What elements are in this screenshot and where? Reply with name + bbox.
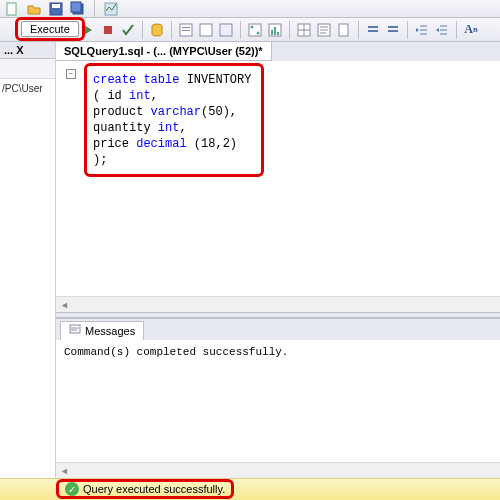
doc-tab-strip: SQLQuery1.sql - (... (MYPC\User (52))* (56, 42, 500, 61)
svg-point-15 (251, 25, 254, 28)
code: quantity (93, 121, 158, 135)
success-check-icon: ✓ (65, 482, 79, 496)
separator (456, 21, 457, 39)
toolbar-file (0, 0, 500, 18)
h-scrollbar[interactable] (56, 296, 500, 312)
results-grid-icon[interactable] (296, 22, 312, 38)
kw: decimal (136, 137, 186, 151)
save-all-icon[interactable] (70, 1, 86, 17)
fold-icon[interactable]: − (66, 69, 76, 79)
svg-marker-36 (416, 28, 419, 32)
status-highlight: ✓ Query executed successfully. (56, 479, 234, 499)
separator (289, 21, 290, 39)
main-area: ... X /PC\User SQLQuery1.sql - (... (MYP… (0, 42, 500, 478)
intellisense-icon[interactable] (218, 22, 234, 38)
results-file-icon[interactable] (336, 22, 352, 38)
code: (50), (201, 105, 237, 119)
kw: varchar (151, 105, 201, 119)
indent-icon[interactable] (414, 22, 430, 38)
svg-marker-40 (436, 28, 439, 32)
code: ( id (93, 89, 129, 103)
code: product (93, 105, 151, 119)
separator (94, 0, 95, 18)
code: , (151, 89, 158, 103)
object-explorer-panel: ... X /PC\User (0, 42, 56, 478)
kw: int (158, 121, 180, 135)
svg-rect-11 (182, 30, 190, 31)
svg-rect-13 (220, 24, 232, 36)
include-stats-icon[interactable] (267, 22, 283, 38)
activity-icon[interactable] (103, 1, 119, 17)
open-icon[interactable] (26, 1, 42, 17)
code: , (179, 121, 186, 135)
svg-rect-41 (70, 325, 80, 333)
message-line: Command(s) completed successfully. (64, 346, 492, 358)
results-text-icon[interactable] (316, 22, 332, 38)
svg-rect-20 (277, 32, 279, 35)
svg-rect-12 (200, 24, 212, 36)
document-tab[interactable]: SQLQuery1.sql - (... (MYPC\User (52))* (56, 42, 272, 61)
specify-values-icon[interactable]: AB (463, 22, 479, 38)
kw: create (93, 73, 136, 87)
sql-editor[interactable]: − create table INVENTORY ( id int, produ… (56, 61, 500, 296)
h-scrollbar[interactable] (56, 462, 500, 478)
results-pane: Messages Command(s) completed successful… (56, 318, 500, 478)
svg-rect-2 (52, 4, 60, 8)
status-text: Query executed successfully. (83, 483, 225, 495)
svg-rect-0 (7, 3, 16, 15)
save-icon[interactable] (48, 1, 64, 17)
kw: int (129, 89, 151, 103)
separator (142, 21, 143, 39)
separator (407, 21, 408, 39)
separator (358, 21, 359, 39)
code: (18,2) (187, 137, 237, 151)
separator (240, 21, 241, 39)
code: ); (93, 153, 107, 167)
outdent-icon[interactable] (434, 22, 450, 38)
db-icon[interactable] (149, 22, 165, 38)
svg-rect-10 (182, 27, 190, 28)
tree-node[interactable]: /PC\User (0, 79, 55, 98)
code-highlight: create table INVENTORY ( id int, product… (84, 63, 264, 177)
estimated-plan-icon[interactable] (178, 22, 194, 38)
comment-icon[interactable] (365, 22, 381, 38)
panel-header: ... X (0, 42, 55, 59)
new-icon[interactable] (4, 1, 20, 17)
svg-rect-7 (104, 26, 112, 34)
parse-icon[interactable] (120, 22, 136, 38)
panel-title: ... X (4, 44, 24, 56)
svg-rect-19 (274, 27, 276, 35)
svg-rect-18 (271, 30, 273, 35)
svg-rect-4 (71, 2, 81, 12)
results-tab-strip: Messages (56, 319, 500, 340)
separator (171, 21, 172, 39)
code: price (93, 137, 136, 151)
messages-body[interactable]: Command(s) completed successfully. (56, 340, 500, 462)
messages-tab-label: Messages (85, 325, 135, 337)
svg-rect-14 (249, 24, 261, 36)
stop-icon[interactable] (100, 22, 116, 38)
messages-tab[interactable]: Messages (60, 321, 144, 340)
panel-toolbar (0, 59, 55, 79)
query-options-icon[interactable] (198, 22, 214, 38)
include-plan-icon[interactable] (247, 22, 263, 38)
kw: table (136, 73, 179, 87)
ident: INVENTORY (179, 73, 251, 87)
svg-point-16 (257, 31, 260, 34)
messages-icon (69, 324, 81, 338)
editor-panel: SQLQuery1.sql - (... (MYPC\User (52))* −… (56, 42, 500, 478)
uncomment-icon[interactable] (385, 22, 401, 38)
svg-marker-6 (84, 25, 92, 35)
svg-rect-28 (339, 24, 348, 36)
execute-highlight: Execute (15, 17, 85, 41)
execute-button[interactable]: Execute (21, 21, 79, 37)
